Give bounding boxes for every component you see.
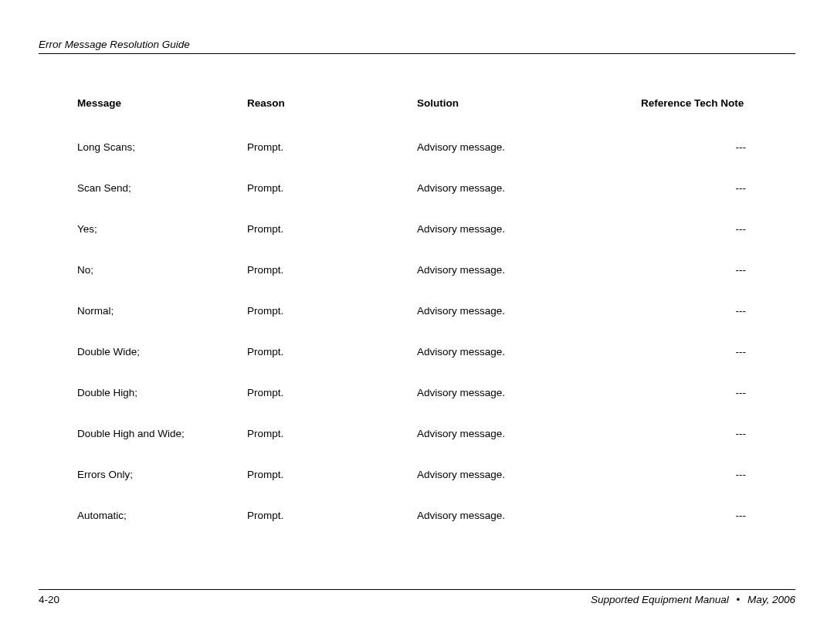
table-row: Double Wide; Prompt. Advisory message. -… bbox=[77, 346, 792, 358]
cell-reason: Prompt. bbox=[247, 223, 417, 235]
col-header-reason: Reason bbox=[247, 97, 417, 109]
cell-reason: Prompt. bbox=[247, 428, 417, 439]
error-table: Message Reason Solution Reference Tech N… bbox=[77, 97, 792, 521]
col-header-message: Message bbox=[77, 97, 247, 109]
cell-message: Normal; bbox=[77, 305, 247, 317]
cell-reference: --- bbox=[641, 510, 792, 521]
cell-reason: Prompt. bbox=[247, 387, 417, 398]
table-row: Scan Send; Prompt. Advisory message. --- bbox=[77, 182, 792, 194]
cell-reference: --- bbox=[641, 305, 792, 317]
cell-reason: Prompt. bbox=[247, 469, 417, 480]
cell-solution: Advisory message. bbox=[417, 469, 641, 480]
cell-message: Double Wide; bbox=[77, 346, 247, 358]
cell-reason: Prompt. bbox=[247, 141, 417, 153]
table-row: Double High; Prompt. Advisory message. -… bbox=[77, 387, 792, 398]
cell-reference: --- bbox=[641, 223, 792, 235]
cell-solution: Advisory message. bbox=[417, 182, 641, 194]
cell-message: No; bbox=[77, 264, 247, 276]
bullet-icon: • bbox=[731, 594, 744, 605]
page-footer: 4-20 Supported Equipment Manual • May, 2… bbox=[39, 589, 795, 605]
footer-manual-name: Supported Equipment Manual bbox=[591, 594, 729, 605]
cell-solution: Advisory message. bbox=[417, 264, 641, 276]
cell-reference: --- bbox=[641, 469, 792, 480]
cell-reference: --- bbox=[641, 346, 792, 358]
table-row: Yes; Prompt. Advisory message. --- bbox=[77, 223, 792, 235]
col-header-solution: Solution bbox=[417, 97, 641, 109]
cell-message: Double High and Wide; bbox=[77, 428, 247, 439]
table-row: Long Scans; Prompt. Advisory message. --… bbox=[77, 141, 792, 153]
cell-message: Long Scans; bbox=[77, 141, 247, 153]
footer-rule bbox=[39, 589, 795, 590]
footer-line: 4-20 Supported Equipment Manual • May, 2… bbox=[39, 594, 795, 605]
cell-reference: --- bbox=[641, 387, 792, 398]
cell-solution: Advisory message. bbox=[417, 346, 641, 358]
cell-reason: Prompt. bbox=[247, 510, 417, 521]
cell-solution: Advisory message. bbox=[417, 510, 641, 521]
cell-message: Automatic; bbox=[77, 510, 247, 521]
cell-reason: Prompt. bbox=[247, 264, 417, 276]
cell-message: Double High; bbox=[77, 387, 247, 398]
cell-solution: Advisory message. bbox=[417, 387, 641, 398]
header-rule bbox=[39, 53, 795, 54]
col-header-reference: Reference Tech Note bbox=[641, 97, 792, 109]
table-row: Double High and Wide; Prompt. Advisory m… bbox=[77, 428, 792, 439]
cell-solution: Advisory message. bbox=[417, 141, 641, 153]
cell-reason: Prompt. bbox=[247, 305, 417, 317]
table-row: Automatic; Prompt. Advisory message. --- bbox=[77, 510, 792, 521]
cell-reference: --- bbox=[641, 264, 792, 276]
cell-reference: --- bbox=[641, 182, 792, 194]
table-row: Errors Only; Prompt. Advisory message. -… bbox=[77, 469, 792, 480]
footer-date: May, 2006 bbox=[748, 594, 795, 605]
cell-message: Scan Send; bbox=[77, 182, 247, 194]
page-container: Error Message Resolution Guide Message R… bbox=[0, 0, 834, 644]
cell-message: Yes; bbox=[77, 223, 247, 235]
cell-solution: Advisory message. bbox=[417, 305, 641, 317]
cell-reason: Prompt. bbox=[247, 346, 417, 358]
cell-solution: Advisory message. bbox=[417, 428, 641, 439]
cell-reference: --- bbox=[641, 141, 792, 153]
table-header-row: Message Reason Solution Reference Tech N… bbox=[77, 97, 792, 109]
cell-message: Errors Only; bbox=[77, 469, 247, 480]
cell-reason: Prompt. bbox=[247, 182, 417, 194]
header-title: Error Message Resolution Guide bbox=[39, 39, 795, 53]
footer-right: Supported Equipment Manual • May, 2006 bbox=[591, 594, 795, 605]
table-row: No; Prompt. Advisory message. --- bbox=[77, 264, 792, 276]
table-row: Normal; Prompt. Advisory message. --- bbox=[77, 305, 792, 317]
cell-reference: --- bbox=[641, 428, 792, 439]
footer-page-number: 4-20 bbox=[39, 594, 59, 605]
cell-solution: Advisory message. bbox=[417, 223, 641, 235]
